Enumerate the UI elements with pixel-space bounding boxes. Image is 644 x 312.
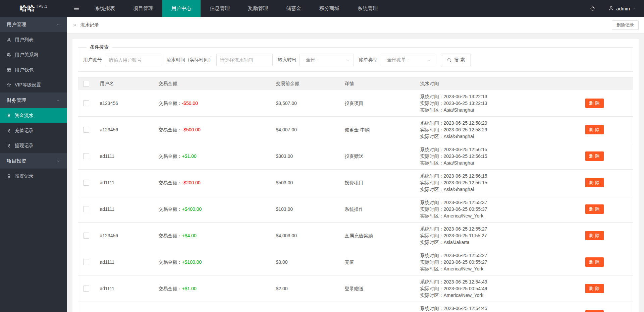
direction-select-value: - 全部 - — [303, 57, 318, 63]
sidebar-section-header[interactable]: 项目投资 — [0, 153, 67, 169]
chevron-down-icon — [56, 22, 60, 27]
sidebar-section-header[interactable]: 用户管理 — [0, 17, 67, 32]
sidebar-item-label: 提现记录 — [15, 143, 34, 149]
sidebar-section-items: 用户列表 用户关系网 用户钱包 VIP等级设置 — [0, 32, 67, 92]
delete-button[interactable]: 删 除 — [585, 178, 604, 187]
row-checkbox[interactable] — [83, 233, 89, 239]
username-cell: a123456 — [95, 117, 154, 143]
delete-button[interactable]: 删 除 — [585, 310, 604, 312]
top-menu-item[interactable]: 系统管理 — [348, 0, 387, 17]
delete-button[interactable]: 删 除 — [585, 99, 604, 108]
sidebar-item[interactable]: 用户列表 — [0, 32, 67, 47]
refresh-button[interactable] — [584, 0, 601, 17]
delete-button[interactable]: 删 除 — [585, 284, 604, 293]
username-cell: ad1111 — [95, 196, 154, 223]
amount-value: +$400.00 — [182, 206, 202, 212]
amount-cell: 交易金额：+$1.00 — [154, 275, 271, 302]
select-all-checkbox[interactable] — [83, 81, 89, 87]
amount-value: +$1.00 — [182, 153, 197, 159]
top-menu-item[interactable]: 奖励管理 — [239, 0, 277, 17]
sidebar-section: 财务管理 资金流水 充值记录 — [0, 92, 67, 153]
top-menu-item[interactable]: 储蓄金 — [277, 0, 310, 17]
sys-time-label: 系统时间： — [420, 94, 444, 99]
sidebar-section: 用户管理 用户列表 用户关系网 — [0, 17, 67, 92]
top-menu-item[interactable]: 信息管理 — [201, 0, 239, 17]
sidebar-item-icon — [6, 143, 11, 148]
delete-button[interactable]: 删 除 — [585, 257, 604, 267]
sidebar-item-icon — [6, 52, 11, 57]
sidebar-item-icon — [6, 37, 11, 42]
sidebar-item[interactable]: VIP等级设置 — [0, 77, 67, 92]
table-row: ad1111 交易金额：+$1.00 $303.00 投资赠送 系统时间：202… — [78, 143, 633, 170]
page-title: 流水记录 — [80, 22, 99, 28]
row-checkbox[interactable] — [83, 100, 89, 106]
username-cell: a123456 — [95, 90, 154, 117]
amount-cell: 交易金额： — [154, 302, 271, 312]
top-menu-item[interactable]: 项目管理 — [124, 0, 162, 17]
time-cell: 系统时间：2023-06-25 12:56:15 实际时间：2023-06-25… — [415, 170, 556, 196]
delete-records-button[interactable]: 删除记录 — [612, 20, 639, 30]
user-menu[interactable]: admin — [601, 0, 644, 17]
real-time-label: 实际时间： — [420, 101, 444, 106]
delete-button[interactable]: 删 除 — [585, 204, 604, 214]
sidebar-item-label: 充值记录 — [15, 128, 34, 134]
username-cell: ad1111 — [95, 170, 154, 196]
sys-time-label: 系统时间： — [420, 306, 444, 311]
time-cell: 系统时间：2023-06-25 12:55:27 实际时间：2023-06-25… — [415, 223, 556, 249]
amount-cell: 交易金额：-$200.00 — [154, 170, 271, 196]
actions-cell: 删 除 — [556, 170, 633, 196]
row-checkbox[interactable] — [83, 127, 89, 133]
delete-button[interactable]: 删 除 — [585, 231, 604, 240]
sidebar-item[interactable]: 资金流水 — [0, 108, 67, 123]
timezone-label: 实际时区： — [420, 293, 444, 298]
actions-cell: 删 除 — [556, 143, 633, 170]
delete-button[interactable]: 删 除 — [585, 125, 604, 134]
amount-value: -$50.00 — [182, 101, 198, 106]
sidebar-item-label: 用户关系网 — [15, 52, 38, 58]
row-checkbox[interactable] — [83, 153, 89, 159]
sidebar-section: 项目投资 投资记录 — [0, 153, 67, 184]
sidebar-item[interactable]: 投资记录 — [0, 169, 67, 184]
top-menu-item-label: 储蓄金 — [286, 5, 301, 12]
top-menu-item[interactable]: 积分商城 — [310, 0, 348, 17]
sys-time-label: 系统时间： — [420, 173, 444, 179]
row-checkbox[interactable] — [83, 206, 89, 212]
real-time-value: 2023-06-25 12:58:29 — [444, 127, 487, 132]
balance-cell: $2.00 — [271, 275, 340, 302]
real-time-label: 实际时间： — [420, 180, 444, 185]
time-cell: 系统时间：2023-06-25 12:54:45 实际时间： 实际时区： — [415, 302, 556, 312]
sidebar-item[interactable]: 提现记录 — [0, 138, 67, 153]
actions-cell: 删 除 — [556, 275, 633, 302]
flow-table: 用户名 交易金额 交易前余额 详情 流水时间 a123456 — [78, 77, 633, 312]
flow-time-input[interactable] — [216, 54, 273, 66]
direction-select[interactable]: - 全部 - — [300, 54, 354, 66]
sidebar-item[interactable]: 用户关系网 — [0, 47, 67, 62]
breadcrumb-bar: 流水记录 删除记录 — [67, 17, 644, 34]
account-input[interactable] — [105, 54, 161, 66]
flow-time-label: 流水时间（实际时间） — [166, 57, 213, 63]
content-card: 条件搜索 用户账号 流水时间（实际时间） 转入转出 - 全部 - 账单类型 - … — [72, 39, 639, 312]
sidebar-item[interactable]: 充值记录 — [0, 123, 67, 138]
sidebar-section-header[interactable]: 财务管理 — [0, 92, 67, 108]
row-checkbox[interactable] — [83, 286, 89, 292]
delete-button[interactable]: 删 除 — [585, 151, 604, 161]
amount-value: -$500.00 — [182, 127, 201, 132]
timezone-value: America/New_York — [444, 213, 484, 219]
timezone-label: 实际时区： — [420, 187, 444, 192]
top-menu-item[interactable]: 用户中心 — [162, 0, 201, 17]
column-header-balance: 交易前余额 — [271, 77, 340, 90]
table-row: a123456 交易金额：-$50.00 $3,507.00 投资项目 系统时间… — [78, 90, 633, 117]
table-header-row: 用户名 交易金额 交易前余额 详情 流水时间 — [78, 77, 633, 90]
bill-type-select[interactable]: - 全部账单 - — [381, 54, 435, 66]
row-checkbox[interactable] — [83, 259, 89, 265]
row-checkbox[interactable] — [83, 180, 89, 186]
sidebar-item[interactable]: 用户钱包 — [0, 62, 67, 77]
timezone-value: America/New_York — [444, 293, 484, 298]
top-menu-item-label: 信息管理 — [210, 5, 230, 12]
sidebar-toggle-button[interactable] — [67, 0, 86, 17]
top-menu-item[interactable]: 系统报表 — [86, 0, 124, 17]
sys-time-value: 2023-06-25 12:54:49 — [444, 279, 487, 285]
column-header-username: 用户名 — [95, 77, 154, 90]
search-button[interactable]: 搜 索 — [441, 54, 471, 66]
search-legend: 条件搜索 — [87, 44, 112, 50]
